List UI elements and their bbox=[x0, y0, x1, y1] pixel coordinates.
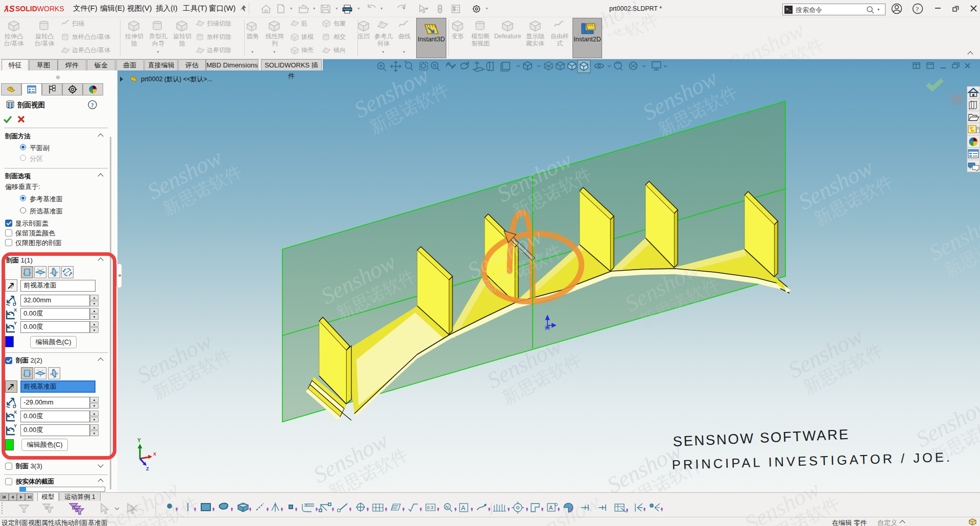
svg-text:X: X bbox=[153, 451, 156, 457]
svg-text:Y: Y bbox=[137, 438, 141, 443]
svg-text:N: N bbox=[445, 505, 449, 510]
svg-text:0.3: 0.3 bbox=[427, 505, 434, 510]
svg-text:ƛS: ƛS bbox=[4, 4, 15, 14]
svg-text:Z: Z bbox=[146, 466, 149, 471]
svg-text:?: ? bbox=[916, 5, 919, 13]
svg-text:A: A bbox=[461, 505, 465, 512]
svg-text:SOLIDWORKS: SOLIDWORKS bbox=[15, 5, 64, 13]
svg-text:Senshow: Senshow bbox=[521, 498, 604, 526]
svg-text:?: ? bbox=[91, 102, 94, 109]
